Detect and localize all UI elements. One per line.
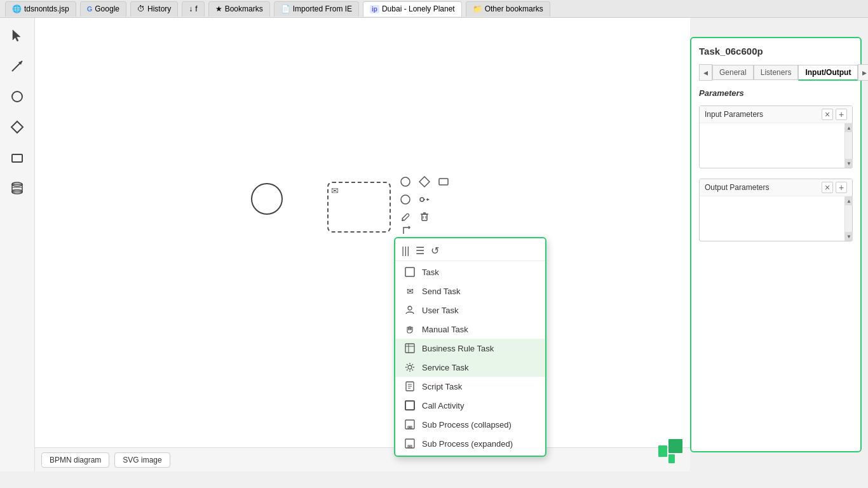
call-activity-icon — [404, 400, 416, 411]
svg-point-15 — [420, 198, 424, 201]
context-toolbar-row2 — [397, 191, 433, 208]
dropdown-item-subprocess-collapsed[interactable]: Sub Process (collapsed) — [395, 415, 545, 434]
tab-label: Imported From IE — [293, 4, 352, 13]
dropdown-item-subprocess-expanded[interactable]: Sub Process (expanded) — [395, 434, 545, 453]
dropdown-item-business-rule-task[interactable]: Business Rule Task — [395, 339, 545, 358]
input-params-scrollbar[interactable]: ▲ ▼ — [844, 123, 852, 168]
tab-label: Other bookmarks — [485, 4, 543, 13]
arrow-tool[interactable] — [6, 55, 29, 78]
scrollbar-up-btn[interactable]: ▲ — [845, 123, 853, 132]
svg-rect-46 — [668, 454, 675, 463]
svg-point-18 — [402, 219, 403, 221]
input-params-label: Input Parameters — [705, 110, 763, 119]
panel-tab-prev[interactable]: ◂ — [699, 64, 712, 81]
tab-tdsnontds[interactable]: 🌐 tdsnontds.jsp — [5, 1, 76, 17]
tab-favicon: 🌐 — [12, 4, 22, 13]
dropdown-item-service-task[interactable]: Service Task — [395, 358, 545, 377]
cursor-tool[interactable] — [6, 24, 29, 47]
task-envelope-icon: ✉ — [331, 186, 339, 196]
user-task-icon — [404, 304, 416, 316]
tab-bookmarks[interactable]: ★ Bookmarks — [208, 1, 270, 17]
diamond-tool[interactable] — [6, 116, 29, 139]
ctx-circle-btn[interactable] — [397, 173, 414, 190]
tab-google[interactable]: G Google — [80, 1, 126, 17]
params-label: Parameters — [699, 88, 853, 98]
svg-marker-4 — [11, 121, 23, 133]
tab-favicon: ↓ — [189, 4, 193, 13]
dropdown-tab-columns-icon[interactable]: ||| — [402, 245, 409, 257]
database-tool[interactable] — [6, 177, 29, 200]
svg-image-btn[interactable]: SVG image — [114, 452, 170, 468]
svg-point-3 — [12, 92, 22, 102]
task-type-dropdown: ||| ☰ ↺ Task ✉ Send Task — [394, 237, 546, 457]
input-params-clear-btn[interactable]: × — [822, 109, 833, 120]
output-scrollbar-down-btn[interactable]: ▼ — [845, 232, 853, 241]
script-task-icon — [404, 381, 416, 392]
panel-tab-next[interactable]: ▸ — [858, 64, 868, 81]
service-task-icon — [404, 362, 416, 373]
svg-rect-34 — [405, 401, 414, 410]
rectangle-tool[interactable] — [6, 146, 29, 169]
send-task-icon: ✉ — [404, 285, 416, 297]
tab-other-bookmarks[interactable]: 📁 Other bookmarks — [466, 1, 550, 17]
tab-favicon: ip — [370, 5, 379, 13]
output-params-clear-btn[interactable]: × — [822, 182, 833, 193]
svg-rect-5 — [12, 154, 22, 162]
business-rule-task-icon — [404, 342, 416, 354]
bpmn-diagram-btn[interactable]: BPMN diagram — [41, 452, 109, 468]
activiti-logo — [657, 438, 684, 466]
svg-rect-19 — [422, 214, 427, 220]
ctx-connect-btn[interactable] — [416, 191, 433, 208]
dropdown-item-label: Task — [422, 268, 439, 277]
panel-tab-listeners[interactable]: Listeners — [754, 65, 799, 80]
output-params-content: ▲ ▼ — [700, 196, 852, 241]
context-toolbar-row1 — [397, 173, 452, 190]
ctx-circle2-btn[interactable] — [397, 191, 414, 208]
tab-favicon: ⏱ — [137, 4, 145, 13]
dropdown-item-label: Call Activity — [422, 401, 464, 410]
tab-download[interactable]: ↓ f — [182, 1, 204, 17]
svg-point-25 — [408, 306, 412, 310]
dropdown-tab-list-icon[interactable]: ☰ — [416, 245, 424, 257]
dropdown-item-script-task[interactable]: Script Task — [395, 377, 545, 396]
bpmn-start-event[interactable] — [251, 183, 283, 215]
input-params-content: ▲ ▼ — [700, 123, 852, 168]
svg-point-11 — [401, 177, 410, 186]
tab-label: Google — [95, 4, 119, 13]
tab-dubai-lonely-planet[interactable]: ip Dubai - Lonely Planet — [363, 1, 462, 17]
input-params-actions: × + — [822, 109, 847, 120]
dropdown-item-send-task[interactable]: ✉ Send Task — [395, 281, 545, 301]
output-params-header: Output Parameters × + — [700, 179, 852, 196]
dropdown-item-call-activity[interactable]: Call Activity — [395, 396, 545, 415]
dropdown-tab-bar: ||| ☰ ↺ — [395, 241, 545, 261]
dropdown-item-manual-task[interactable]: Manual Task — [395, 320, 545, 339]
output-params-scrollbar[interactable]: ▲ ▼ — [844, 196, 852, 241]
svg-point-29 — [408, 365, 412, 369]
bpmn-task-box[interactable]: ✉ — [327, 182, 391, 233]
ctx-delete-btn[interactable] — [416, 209, 433, 226]
tab-label: History — [147, 4, 171, 13]
input-params-add-btn[interactable]: + — [836, 109, 847, 120]
ctx-rect-btn[interactable] — [435, 173, 452, 190]
tab-label: Dubai - Lonely Planet — [382, 4, 455, 13]
svg-rect-44 — [658, 445, 667, 457]
tab-history[interactable]: ⏱ History — [130, 1, 178, 17]
circle-tool[interactable] — [6, 85, 29, 108]
panel-tab-input-output[interactable]: Input/Output — [798, 65, 858, 81]
tab-imported-from-ie[interactable]: 📄 Imported From IE — [274, 1, 359, 17]
dropdown-item-task[interactable]: Task — [395, 262, 545, 281]
output-params-label: Output Parameters — [705, 183, 769, 192]
dropdown-tab-refresh-icon[interactable]: ↺ — [431, 245, 439, 257]
output-params-add-btn[interactable]: + — [836, 182, 847, 193]
dropdown-item-label: Send Task — [422, 287, 460, 296]
manual-task-icon — [404, 323, 416, 335]
panel-tab-general[interactable]: General — [712, 65, 754, 80]
output-scrollbar-up-btn[interactable]: ▲ — [845, 196, 853, 205]
svg-rect-13 — [439, 179, 448, 185]
ctx-diamond-btn[interactable] — [416, 173, 433, 190]
scrollbar-down-btn[interactable]: ▼ — [845, 159, 853, 168]
dropdown-item-user-task[interactable]: User Task — [395, 301, 545, 320]
input-parameters-section: Input Parameters × + ▲ ▼ — [699, 105, 853, 168]
tab-favicon: G — [87, 5, 93, 13]
dropdown-item-label: Service Task — [422, 363, 468, 372]
